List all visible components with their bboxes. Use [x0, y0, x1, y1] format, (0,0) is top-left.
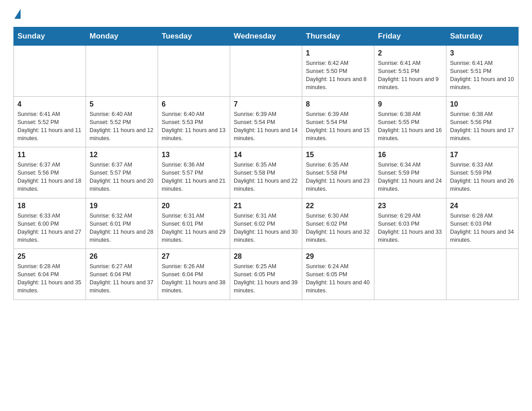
day-number: 8 — [306, 100, 370, 108]
weekday-header-thursday: Thursday — [302, 27, 374, 46]
day-number: 25 — [17, 253, 82, 261]
day-number: 4 — [17, 100, 82, 108]
day-number: 16 — [378, 151, 442, 159]
day-info: Sunrise: 6:31 AMSunset: 6:02 PMDaylight:… — [234, 212, 298, 244]
day-info: Sunrise: 6:34 AMSunset: 5:59 PMDaylight:… — [378, 161, 442, 193]
day-info: Sunrise: 6:33 AMSunset: 6:00 PMDaylight:… — [17, 212, 82, 244]
day-number: 17 — [450, 151, 515, 159]
calendar-cell: 3Sunrise: 6:41 AMSunset: 5:51 PMDaylight… — [446, 46, 519, 97]
day-info: Sunrise: 6:28 AMSunset: 6:03 PMDaylight:… — [450, 212, 515, 244]
calendar-cell: 8Sunrise: 6:39 AMSunset: 5:54 PMDaylight… — [302, 96, 374, 147]
logo-triangle-icon — [14, 9, 21, 19]
day-number: 29 — [306, 253, 370, 261]
calendar-cell — [446, 249, 519, 300]
calendar-cell: 24Sunrise: 6:28 AMSunset: 6:03 PMDayligh… — [446, 198, 519, 249]
weekday-header-friday: Friday — [374, 27, 446, 46]
calendar-table: SundayMondayTuesdayWednesdayThursdayFrid… — [13, 27, 519, 300]
day-info: Sunrise: 6:37 AMSunset: 5:57 PMDaylight:… — [90, 161, 154, 193]
day-number: 7 — [234, 100, 298, 108]
day-number: 19 — [90, 202, 154, 210]
day-info: Sunrise: 6:37 AMSunset: 5:56 PMDaylight:… — [17, 161, 82, 193]
calendar-cell: 19Sunrise: 6:32 AMSunset: 6:01 PMDayligh… — [86, 198, 158, 249]
day-number: 28 — [234, 253, 298, 261]
day-number: 10 — [450, 100, 515, 108]
calendar-cell — [158, 46, 230, 97]
weekday-header-saturday: Saturday — [446, 27, 519, 46]
day-info: Sunrise: 6:42 AMSunset: 5:50 PMDaylight:… — [306, 59, 370, 92]
weekday-header-monday: Monday — [86, 27, 158, 46]
day-info: Sunrise: 6:24 AMSunset: 6:05 PMDaylight:… — [306, 262, 370, 295]
calendar-cell: 27Sunrise: 6:26 AMSunset: 6:04 PMDayligh… — [158, 249, 230, 300]
day-number: 5 — [90, 100, 154, 108]
day-info: Sunrise: 6:32 AMSunset: 6:01 PMDaylight:… — [90, 212, 154, 244]
day-info: Sunrise: 6:31 AMSunset: 6:01 PMDaylight:… — [162, 212, 226, 244]
day-info: Sunrise: 6:40 AMSunset: 5:53 PMDaylight:… — [162, 110, 226, 143]
calendar-cell: 14Sunrise: 6:35 AMSunset: 5:58 PMDayligh… — [230, 147, 302, 198]
day-number: 12 — [90, 151, 154, 159]
day-number: 24 — [450, 202, 515, 210]
day-number: 27 — [162, 253, 226, 261]
day-info: Sunrise: 6:30 AMSunset: 6:02 PMDaylight:… — [306, 212, 370, 244]
calendar-cell: 2Sunrise: 6:41 AMSunset: 5:51 PMDaylight… — [374, 46, 446, 97]
day-number: 21 — [234, 202, 298, 210]
day-info: Sunrise: 6:41 AMSunset: 5:51 PMDaylight:… — [378, 59, 442, 92]
calendar-cell: 9Sunrise: 6:38 AMSunset: 5:55 PMDaylight… — [374, 96, 446, 147]
day-number: 14 — [234, 151, 298, 159]
calendar-cell: 18Sunrise: 6:33 AMSunset: 6:00 PMDayligh… — [14, 198, 86, 249]
day-info: Sunrise: 6:36 AMSunset: 5:57 PMDaylight:… — [162, 161, 226, 193]
day-number: 22 — [306, 202, 370, 210]
logo — [13, 9, 21, 18]
day-info: Sunrise: 6:38 AMSunset: 5:55 PMDaylight:… — [378, 110, 442, 143]
calendar-cell — [14, 46, 86, 97]
calendar-week-row: 25Sunrise: 6:28 AMSunset: 6:04 PMDayligh… — [14, 249, 519, 300]
day-info: Sunrise: 6:28 AMSunset: 6:04 PMDaylight:… — [17, 262, 82, 295]
day-info: Sunrise: 6:25 AMSunset: 6:05 PMDaylight:… — [234, 262, 298, 295]
calendar-cell: 10Sunrise: 6:38 AMSunset: 5:56 PMDayligh… — [446, 96, 519, 147]
calendar-cell: 22Sunrise: 6:30 AMSunset: 6:02 PMDayligh… — [302, 198, 374, 249]
calendar-week-row: 18Sunrise: 6:33 AMSunset: 6:00 PMDayligh… — [14, 198, 519, 249]
calendar-cell — [374, 249, 446, 300]
day-info: Sunrise: 6:35 AMSunset: 5:58 PMDaylight:… — [306, 161, 370, 193]
calendar-cell: 23Sunrise: 6:29 AMSunset: 6:03 PMDayligh… — [374, 198, 446, 249]
day-number: 13 — [162, 151, 226, 159]
day-info: Sunrise: 6:41 AMSunset: 5:52 PMDaylight:… — [17, 110, 82, 143]
day-info: Sunrise: 6:39 AMSunset: 5:54 PMDaylight:… — [234, 110, 298, 143]
calendar-cell: 26Sunrise: 6:27 AMSunset: 6:04 PMDayligh… — [86, 249, 158, 300]
day-info: Sunrise: 6:35 AMSunset: 5:58 PMDaylight:… — [234, 161, 298, 193]
day-info: Sunrise: 6:33 AMSunset: 5:59 PMDaylight:… — [450, 161, 515, 193]
day-number: 26 — [90, 253, 154, 261]
day-number: 20 — [162, 202, 226, 210]
calendar-week-row: 4Sunrise: 6:41 AMSunset: 5:52 PMDaylight… — [14, 96, 519, 147]
page-header — [13, 9, 519, 18]
calendar-cell: 28Sunrise: 6:25 AMSunset: 6:05 PMDayligh… — [230, 249, 302, 300]
calendar-cell: 13Sunrise: 6:36 AMSunset: 5:57 PMDayligh… — [158, 147, 230, 198]
calendar-cell: 4Sunrise: 6:41 AMSunset: 5:52 PMDaylight… — [14, 96, 86, 147]
calendar-cell: 15Sunrise: 6:35 AMSunset: 5:58 PMDayligh… — [302, 147, 374, 198]
calendar-cell — [230, 46, 302, 97]
calendar-cell: 17Sunrise: 6:33 AMSunset: 5:59 PMDayligh… — [446, 147, 519, 198]
weekday-header-wednesday: Wednesday — [230, 27, 302, 46]
calendar-cell: 29Sunrise: 6:24 AMSunset: 6:05 PMDayligh… — [302, 249, 374, 300]
day-number: 2 — [378, 49, 442, 57]
day-number: 9 — [378, 100, 442, 108]
calendar-cell: 21Sunrise: 6:31 AMSunset: 6:02 PMDayligh… — [230, 198, 302, 249]
day-info: Sunrise: 6:38 AMSunset: 5:56 PMDaylight:… — [450, 110, 515, 143]
weekday-header-tuesday: Tuesday — [158, 27, 230, 46]
day-info: Sunrise: 6:29 AMSunset: 6:03 PMDaylight:… — [378, 212, 442, 244]
weekday-header-sunday: Sunday — [14, 27, 86, 46]
day-number: 15 — [306, 151, 370, 159]
day-number: 11 — [17, 151, 82, 159]
calendar-cell: 25Sunrise: 6:28 AMSunset: 6:04 PMDayligh… — [14, 249, 86, 300]
calendar-cell: 20Sunrise: 6:31 AMSunset: 6:01 PMDayligh… — [158, 198, 230, 249]
calendar-week-row: 1Sunrise: 6:42 AMSunset: 5:50 PMDaylight… — [14, 46, 519, 97]
calendar-cell — [86, 46, 158, 97]
calendar-cell: 12Sunrise: 6:37 AMSunset: 5:57 PMDayligh… — [86, 147, 158, 198]
calendar-cell: 5Sunrise: 6:40 AMSunset: 5:52 PMDaylight… — [86, 96, 158, 147]
calendar-cell: 1Sunrise: 6:42 AMSunset: 5:50 PMDaylight… — [302, 46, 374, 97]
day-info: Sunrise: 6:40 AMSunset: 5:52 PMDaylight:… — [90, 110, 154, 143]
calendar-cell: 16Sunrise: 6:34 AMSunset: 5:59 PMDayligh… — [374, 147, 446, 198]
weekday-header-row: SundayMondayTuesdayWednesdayThursdayFrid… — [14, 27, 519, 46]
calendar-week-row: 11Sunrise: 6:37 AMSunset: 5:56 PMDayligh… — [14, 147, 519, 198]
calendar-cell: 7Sunrise: 6:39 AMSunset: 5:54 PMDaylight… — [230, 96, 302, 147]
day-info: Sunrise: 6:26 AMSunset: 6:04 PMDaylight:… — [162, 262, 226, 295]
